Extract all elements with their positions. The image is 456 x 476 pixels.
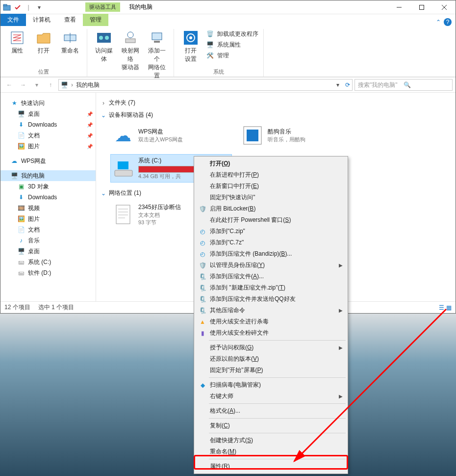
cloud-icon: ☁ (113, 125, 133, 146)
cm-c7z[interactable]: ◴添加到"C.7z" (195, 237, 347, 248)
navitem-3dobjects[interactable]: ▣3D 对象 (0, 181, 96, 192)
navitem-videos[interactable]: 🎞️视频 (0, 203, 96, 213)
navitem-documents[interactable]: 📄文档📌 (0, 130, 96, 141)
navitem-drive-d[interactable]: 🖴软件 (D:) (0, 267, 96, 278)
desktop-icon: 🖥️ (17, 110, 25, 118)
nav-up-button[interactable]: ↑ (45, 79, 56, 91)
cm-shortcut[interactable]: 创建快捷方式(S) (195, 435, 347, 446)
map-drive-label: 映射网络 驱动器 (121, 47, 140, 72)
cm-huorong-shred[interactable]: ▮使用火绒安全粉碎文件 (195, 327, 347, 339)
maximize-button[interactable] (410, 0, 433, 14)
cm-add-archive[interactable]: 🗜️添加到压缩文件(A)... (195, 271, 347, 282)
nav-back-button[interactable]: ← (3, 79, 15, 91)
cm-new-process[interactable]: 在新进程中打开(P) (195, 169, 347, 181)
tile-kugou[interactable]: 酷狗音乐听音乐，用酷狗 (240, 123, 361, 148)
open-button[interactable]: 打开 (32, 29, 55, 56)
cm-guanjia[interactable]: ◆扫描病毒(电脑管家) (195, 379, 347, 391)
media-icon (96, 30, 112, 46)
svg-rect-21 (115, 170, 132, 176)
guanjia-icon: ◆ (198, 381, 207, 390)
sysprops-button[interactable]: 🖥️系统属性 (205, 40, 258, 50)
tile-wps[interactable]: ☁ WPS网盘双击进入WPS网盘 (111, 123, 231, 148)
tab-computer[interactable]: 计算机 (26, 14, 57, 26)
refresh-icon[interactable]: ⟳ (345, 81, 350, 88)
cm-pin-quick[interactable]: 固定到"快速访问" (195, 192, 347, 203)
tab-file[interactable]: 文件 (0, 14, 26, 26)
navitem-drive-c[interactable]: 🖴系统 (C:) (0, 257, 96, 267)
view-large-icon[interactable]: ▦ (446, 304, 452, 311)
cm-add-newzip[interactable]: 🗜️添加到 "新建压缩文件.zip"(T) (195, 282, 347, 293)
properties-button[interactable]: 属性 (5, 29, 29, 56)
navitem-downloads[interactable]: ⬇Downloads📌 (0, 119, 96, 130)
section-devices[interactable]: ⌄设备和驱动器 (4) (99, 109, 453, 121)
navitem-documents2[interactable]: 📄文档 (0, 224, 96, 235)
manage-button[interactable]: 🛠️管理 (205, 51, 258, 60)
navitem-wps[interactable]: ☁WPS网盘 (0, 156, 96, 166)
submenu-arrow-icon: ▶ (339, 345, 343, 350)
close-button[interactable] (433, 0, 456, 14)
cm-copy[interactable]: 复制(C) (195, 420, 347, 431)
cm-powershell[interactable]: 在此处打开 Powershell 窗口(S) (195, 214, 347, 226)
uninstall-button[interactable]: 🗑️卸载或更改程序 (205, 29, 258, 39)
more-qat-icon[interactable]: ▾ (35, 3, 44, 12)
open-settings-button[interactable]: 打开 设置 (179, 29, 203, 64)
text-file-icon (113, 205, 133, 225)
navitem-quick-access[interactable]: ★快速访问 (0, 98, 96, 108)
cm-grant-access[interactable]: 授予访问权限(G)▶ (195, 342, 347, 353)
sysprops-icon: 🖥️ (205, 40, 214, 49)
tab-view[interactable]: 查看 (57, 14, 83, 26)
search-input[interactable]: 搜索"我的电脑" 🔍 (355, 79, 453, 91)
rename-button[interactable]: 重命名 (58, 29, 82, 56)
cm-admin-compress[interactable]: 🛡️以管理员身份压缩(Y)▶ (195, 260, 347, 271)
navigation-pane: ★快速访问 🖥️桌面📌 ⬇Downloads📌 📄文档📌 🖼️图片📌 ☁WPS网… (0, 93, 96, 301)
bandizip-icon: ◴ (198, 250, 207, 259)
map-drive-button[interactable]: 映射网络 驱动器 (119, 29, 142, 73)
cm-restore[interactable]: 还原以前的版本(V) (195, 353, 347, 365)
navitem-downloads2[interactable]: ⬇Downloads (0, 192, 96, 203)
cm-send-qq[interactable]: 🗜️添加到压缩文件并发送给QQ好友 (195, 293, 347, 305)
minimize-button[interactable] (388, 0, 410, 14)
cm-bandizip[interactable]: ◴添加到压缩文件 (Bandizip)(B)... (195, 248, 347, 260)
drive-icon: 🖴 (17, 258, 25, 266)
cm-rightmaster[interactable]: 右键大师▶ (195, 391, 347, 402)
cm-format[interactable]: 格式化(A)... (195, 405, 347, 417)
cm-huorong-av[interactable]: ▲使用火绒安全进行杀毒 (195, 316, 347, 327)
nav-forward-button[interactable]: → (17, 79, 29, 91)
section-folders[interactable]: ›文件夹 (7) (99, 97, 453, 109)
navitem-desktop[interactable]: 🖥️桌面📌 (0, 108, 96, 119)
nav-recent-dropdown[interactable]: ▾ (31, 79, 43, 91)
address-dropdown-icon[interactable]: ▾ (336, 81, 339, 88)
navitem-pictures[interactable]: 🖼️图片📌 (0, 141, 96, 152)
cm-bitlocker[interactable]: 🛡️启用 BitLocker(B) (195, 203, 347, 214)
access-media-button[interactable]: 访问媒体 (92, 29, 116, 64)
admin-shield-icon: 🛡️ (198, 261, 207, 270)
cm-other-compress[interactable]: 🗜️其他压缩命令▶ (195, 305, 347, 316)
huorong-icon: ▲ (198, 317, 207, 326)
folder-open-icon (36, 30, 51, 46)
navitem-pictures2[interactable]: 🖼️图片 (0, 213, 96, 224)
cm-rename[interactable]: 重命名(M) (195, 446, 347, 457)
cm-new-window[interactable]: 在新窗口中打开(E) (195, 181, 347, 192)
cm-czip[interactable]: ◴添加到"C.zip" (195, 226, 347, 237)
breadcrumb[interactable]: 我的电脑 (76, 81, 100, 89)
navitem-music[interactable]: ♪音乐 (0, 235, 96, 246)
address-bar[interactable]: 🖥️ › 我的电脑 ▾ ⟳ (58, 79, 353, 91)
bandizip-icon: ◴ (198, 227, 207, 236)
view-details-icon[interactable]: ☰ (439, 304, 444, 311)
help-icon[interactable]: ? (444, 18, 452, 26)
add-netlocation-button[interactable]: 添加一个 网络位置 (145, 29, 169, 81)
3d-icon: ▣ (17, 183, 25, 190)
cm-separator (209, 459, 346, 459)
properties-qat-icon[interactable] (13, 3, 22, 12)
cm-open[interactable]: 打开(O) (195, 158, 347, 169)
settings-label: 打开 设置 (185, 47, 197, 63)
navitem-desktop2[interactable]: 🖥️桌面 (0, 246, 96, 257)
properties-label: 属性 (11, 47, 23, 55)
navitem-my-computer[interactable]: 🖥️我的电脑 (0, 170, 96, 181)
music-icon: ♪ (17, 237, 25, 244)
desktop-icon: 🖥️ (17, 247, 25, 255)
cm-pin-start[interactable]: 固定到"开始"屏幕(P) (195, 365, 347, 376)
tab-manage[interactable]: 管理 (83, 14, 108, 26)
cm-properties[interactable]: 属性(R) (195, 461, 347, 472)
ribbon-collapse-icon[interactable]: ⌃ (436, 19, 441, 26)
